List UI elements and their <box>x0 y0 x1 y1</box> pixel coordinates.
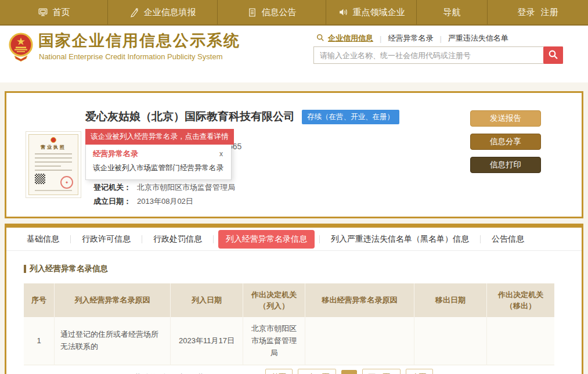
table-header-removal-date: 移出日期 <box>414 283 487 317</box>
license-qr-code <box>35 174 45 184</box>
popup-title: 经营异常名录 <box>93 149 138 159</box>
send-report-button[interactable]: 发送报告 <box>470 110 541 127</box>
table-cell-deciding-authority-out <box>487 317 554 365</box>
page-subtitle: National Enterprise Credit Information P… <box>39 52 222 61</box>
table-cell-removal-reason <box>305 317 414 365</box>
top-nav: 首页 企业信息填报 信息公告 重点领域企业 导航 登录 注册 <box>0 0 588 26</box>
search-tab-credit-info[interactable]: 企业信用信息 <box>328 33 373 44</box>
next-page-button[interactable]: 下一页▸ <box>362 369 401 374</box>
table-header-deciding-authority-in: 作出决定机关（列入） <box>243 283 305 317</box>
nav-item-label: 信息公告 <box>262 7 297 18</box>
search-tab-separator: | <box>380 34 381 43</box>
table-header-inclusion-reason: 列入经营异常名录原因 <box>55 283 171 317</box>
tab-serious-violations-blacklist[interactable]: 列入严重违法失信名单（黑名单）信息 <box>320 234 480 244</box>
table-cell-inclusion-reason: 通过登记的住所或者经营场所无法联系的 <box>55 317 171 365</box>
tab-announcement-info[interactable]: 公告信息 <box>481 234 535 244</box>
nav-item-announcements[interactable]: 信息公告 <box>218 0 326 24</box>
document-icon <box>247 8 257 17</box>
tab-basic-info[interactable]: 基础信息 <box>16 234 70 244</box>
search-tab-abnormal-list[interactable]: 经营异常名录 <box>388 33 433 44</box>
last-page-button[interactable]: 末页 <box>406 369 433 374</box>
field-registration-authority: 登记机关：北京市朝阳区市场监督管理局 <box>93 182 235 193</box>
national-emblem-icon <box>8 33 34 64</box>
register-link[interactable]: 注册 <box>541 7 558 18</box>
license-emblem-icon <box>50 137 56 143</box>
prev-page-button[interactable]: ◂上一页 <box>298 369 336 374</box>
search-button[interactable] <box>543 46 563 64</box>
tab-separator <box>213 235 214 243</box>
tab-abnormal-operations[interactable]: 列入经营异常名录信息 <box>218 230 315 249</box>
company-name-row: 爱心灰姑娘（北京）国际教育科技有限公司 存续（在营、开业、在册） <box>85 109 399 124</box>
nav-item-label: 重点领域企业 <box>353 7 405 18</box>
abnormal-warning-banner[interactable]: 该企业被列入经营异常名录，点击查看详情 <box>85 129 234 145</box>
search-bar <box>313 46 563 64</box>
search-icon <box>548 49 558 62</box>
page-title: 国家企业信用信息公示系统 <box>38 30 240 51</box>
tab-administrative-license[interactable]: 行政许可信息 <box>71 234 142 244</box>
nav-item-enterprise-report[interactable]: 企业信息填报 <box>108 0 218 24</box>
company-summary-panel: 营业执照 ✦ 爱心灰姑娘（北京）国际教育科技有限公司 存续（在营、开业、在册） … <box>5 91 583 218</box>
nav-item-label: 首页 <box>53 7 70 18</box>
detail-tabs: 基础信息 行政许可信息 行政处罚信息 列入经营异常名录信息 列入严重违法失信名单… <box>6 228 582 251</box>
monitor-icon <box>38 7 48 17</box>
nav-item-home[interactable]: 首页 <box>0 0 108 24</box>
company-name: 爱心灰姑娘（北京）国际教育科技有限公司 <box>85 109 295 124</box>
print-info-button[interactable]: 信息打印 <box>470 157 541 173</box>
share-info-button[interactable]: 信息分享 <box>470 134 541 150</box>
table-cell-seq: 1 <box>24 317 55 365</box>
nav-item-navigation[interactable]: 导航 <box>417 0 488 24</box>
status-badge: 存续（在营、开业、在册） <box>302 110 399 124</box>
field-establishment-date: 成立日期：2013年08月02日 <box>93 196 193 207</box>
search-tab-separator: | <box>439 34 441 43</box>
table-cell-removal-date <box>414 317 487 365</box>
current-page-button[interactable]: 1 <box>341 370 357 374</box>
nav-item-label: 企业信息填报 <box>144 7 196 18</box>
table-header-inclusion-date: 列入日期 <box>171 283 243 317</box>
popup-body: 该企业被列入市场监管部门经营异常名录 <box>93 163 224 173</box>
pagination: 共 查询到 1 条记录 共 1 页 首页 ◂上一页 1 下一页▸ 末页 <box>24 365 554 374</box>
table-cell-inclusion-date: 2023年11月17日 <box>171 317 243 365</box>
first-page-button[interactable]: 首页 <box>265 369 293 374</box>
site-header: 国家企业信用信息公示系统 National Enterprise Credit … <box>0 26 588 82</box>
search-scope-tabs: 企业信用信息 | 经营异常名录 | 严重违法失信名单 <box>316 33 508 44</box>
login-link[interactable]: 登录 <box>518 7 535 18</box>
business-license-image[interactable]: 营业执照 ✦ <box>26 131 81 198</box>
nav-item-auth: 登录 注册 <box>488 0 588 24</box>
search-tab-illegal-list[interactable]: 严重违法失信名单 <box>448 33 508 44</box>
main-area: 营业执照 ✦ 爱心灰姑娘（北京）国际教育科技有限公司 存续（在营、开业、在册） … <box>0 82 588 374</box>
table-header-deciding-authority-out: 作出决定机关（移出） <box>487 283 554 317</box>
close-icon[interactable]: x <box>218 150 224 158</box>
tab-administrative-penalty[interactable]: 行政处罚信息 <box>142 234 213 244</box>
nav-item-key-field-enterprises[interactable]: 重点领域企业 <box>326 0 417 24</box>
section-title-row: 列入经营异常名录信息 <box>24 264 564 274</box>
abnormal-operations-table: 序号 列入经营异常名录原因 列入日期 作出决定机关（列入） 移出经营异常名录原因… <box>24 283 554 365</box>
action-buttons: 发送报告 信息分享 信息打印 <box>470 110 541 173</box>
table-cell-deciding-authority-in: 北京市朝阳区市场监督管理局 <box>243 317 305 365</box>
section-title-bar <box>24 265 26 273</box>
search-icon <box>316 34 328 44</box>
abnormal-warning-popup: 经营异常名录 x 该企业被列入市场监管部门经营异常名录 <box>85 143 232 180</box>
search-input[interactable] <box>313 46 563 64</box>
speaker-icon <box>338 7 348 17</box>
pen-icon <box>129 8 139 17</box>
license-red-seal: ✦ <box>60 176 73 189</box>
detail-panel: 基础信息 行政许可信息 行政处罚信息 列入经营异常名录信息 列入严重违法失信名单… <box>5 224 583 374</box>
section-title: 列入经营异常名录信息 <box>30 264 108 274</box>
license-title: 营业执照 <box>29 144 78 150</box>
nav-item-label: 导航 <box>443 7 461 18</box>
table-header-removal-reason: 移出经营异常名录原因 <box>305 283 414 317</box>
table-header-seq: 序号 <box>24 283 55 317</box>
